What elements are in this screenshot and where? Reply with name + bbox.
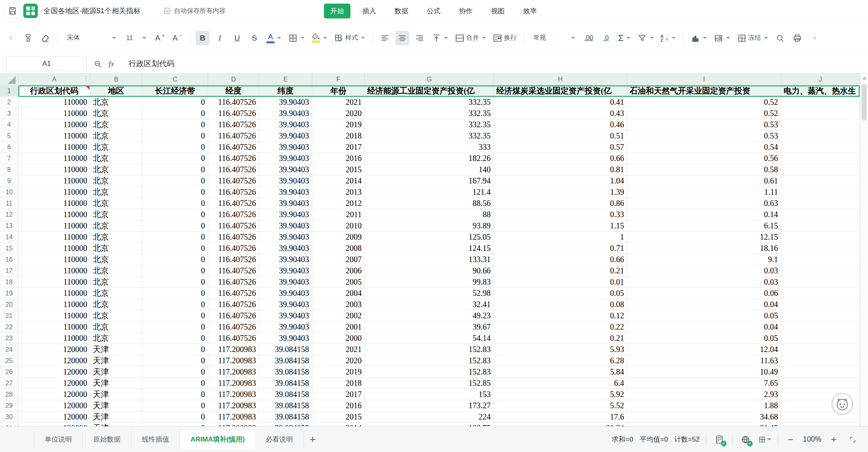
cell-C28[interactable]: 0 [142, 389, 208, 400]
cell-J26[interactable] [781, 366, 860, 378]
cell-I23[interactable]: 0.05 [627, 333, 781, 344]
cell-C19[interactable]: 0 [142, 288, 208, 299]
cell-H25[interactable]: 6.28 [494, 355, 627, 366]
menu-tab-视图[interactable]: 视图 [485, 4, 511, 18]
row-number-31[interactable]: 31 [0, 423, 18, 426]
cell-I16[interactable]: 9.1 [627, 254, 781, 265]
insert-chart-button[interactable] [689, 31, 708, 45]
cell-J15[interactable] [781, 243, 860, 254]
eraser-button[interactable] [39, 31, 52, 45]
cell-F29[interactable]: 2016 [312, 400, 365, 411]
cell-H22[interactable]: 0.22 [494, 322, 627, 333]
cell-E25[interactable]: 39.084158 [259, 355, 312, 366]
cell-D10[interactable]: 116.407526 [208, 187, 259, 198]
cell-C8[interactable]: 0 [142, 164, 208, 175]
cell-E13[interactable]: 39.90403 [259, 220, 312, 232]
column-header-H[interactable]: H [494, 73, 627, 85]
row-number-30[interactable]: 30 [0, 411, 18, 423]
cell-F26[interactable]: 2019 [312, 366, 365, 378]
cell-C15[interactable]: 0 [142, 243, 208, 254]
cell-F8[interactable]: 2015 [312, 164, 365, 175]
cell-style-button[interactable]: 样式 [332, 31, 366, 45]
cell-F30[interactable]: 2015 [312, 411, 365, 423]
row-number-20[interactable]: 20 [0, 299, 18, 310]
cell-D1[interactable]: 经度 [208, 86, 259, 97]
fill-color-button[interactable] [310, 31, 329, 45]
cell-G7[interactable]: 182.26 [365, 153, 494, 164]
cell-E14[interactable]: 39.90403 [259, 232, 312, 243]
cell-I30[interactable]: 34.68 [627, 411, 781, 423]
cell-B5[interactable]: 北京 [90, 130, 142, 142]
cell-I21[interactable]: 0.05 [627, 310, 781, 322]
zoom-formula-button[interactable] [91, 57, 104, 71]
row-number-27[interactable]: 27 [0, 378, 18, 389]
align-right-button[interactable] [413, 31, 426, 45]
cell-E19[interactable]: 39.90403 [259, 288, 312, 299]
freeze-panes-button[interactable]: 冻结 [735, 31, 770, 45]
align-center-button[interactable] [395, 31, 409, 45]
fullscreen-button[interactable] [846, 433, 859, 446]
cell-F24[interactable]: 2021 [312, 344, 365, 355]
cell-A2[interactable]: 110000 [18, 97, 90, 108]
insert-image-button[interactable] [712, 31, 732, 45]
cell-D14[interactable]: 116.407526 [208, 232, 259, 243]
cell-C6[interactable]: 0 [142, 142, 208, 153]
cell-D31[interactable]: 117.200983 [208, 423, 259, 426]
cell-D12[interactable]: 116.407526 [208, 209, 259, 220]
cell-G13[interactable]: 93.89 [365, 220, 494, 232]
cell-H28[interactable]: 5.92 [494, 389, 627, 400]
cell-A17[interactable]: 110000 [18, 265, 90, 277]
cell-J23[interactable] [781, 333, 860, 344]
cell-F15[interactable]: 2008 [312, 243, 365, 254]
cell-A12[interactable]: 110000 [18, 209, 90, 220]
cell-G20[interactable]: 32.41 [365, 299, 494, 310]
cell-H23[interactable]: 0.21 [494, 333, 627, 344]
cell-F25[interactable]: 2020 [312, 355, 365, 366]
sort-button[interactable]: A Z ↓ [659, 31, 677, 45]
cell-H30[interactable]: 17.6 [494, 411, 627, 423]
cell-C30[interactable]: 0 [142, 411, 208, 423]
cell-C25[interactable]: 0 [142, 355, 208, 366]
cell-G28[interactable]: 153 [365, 389, 494, 400]
cell-G27[interactable]: 152.85 [365, 378, 494, 389]
cell-B27[interactable]: 天津 [90, 378, 142, 389]
cell-D8[interactable]: 116.407526 [208, 164, 259, 175]
scrollbar-thumb[interactable] [862, 84, 867, 121]
cell-F14[interactable]: 2009 [312, 232, 365, 243]
name-box[interactable]: A1 [6, 57, 87, 71]
cell-I5[interactable]: 0.53 [627, 130, 781, 142]
cell-A19[interactable]: 110000 [18, 288, 90, 299]
cell-F12[interactable]: 2011 [312, 209, 365, 220]
cell-E11[interactable]: 39.90403 [259, 198, 312, 209]
wrap-text-button[interactable]: 换行 [491, 31, 518, 45]
cell-C13[interactable]: 0 [142, 220, 208, 232]
cell-E6[interactable]: 39.90403 [259, 142, 312, 153]
cell-G4[interactable]: 332.35 [365, 119, 494, 130]
cell-A18[interactable]: 110000 [18, 277, 90, 288]
formula-content[interactable]: 行政区划代码 [129, 59, 174, 69]
cell-C17[interactable]: 0 [142, 265, 208, 277]
cell-C20[interactable]: 0 [142, 299, 208, 310]
cell-B20[interactable]: 北京 [90, 299, 142, 310]
cell-H4[interactable]: 0.46 [494, 119, 627, 130]
cell-B29[interactable]: 天津 [90, 400, 142, 411]
row-number-10[interactable]: 10 [0, 187, 18, 198]
cell-I8[interactable]: 0.58 [627, 164, 781, 175]
cell-F31[interactable]: 2014 [312, 423, 365, 426]
sheet-tab-原始数据[interactable]: 原始数据 [83, 430, 131, 449]
cell-F13[interactable]: 2010 [312, 220, 365, 232]
cell-C29[interactable]: 0 [142, 400, 208, 411]
row-number-1[interactable]: 1 [0, 86, 18, 97]
cell-H6[interactable]: 0.57 [494, 142, 627, 153]
cell-G29[interactable]: 173.27 [365, 400, 494, 411]
cell-H19[interactable]: 0.05 [494, 288, 627, 299]
cell-G16[interactable]: 133.31 [365, 254, 494, 265]
cell-B23[interactable]: 北京 [90, 333, 142, 344]
cell-E9[interactable]: 39.90403 [259, 175, 312, 187]
cell-G24[interactable]: 152.83 [365, 344, 494, 355]
cell-J22[interactable] [781, 322, 860, 333]
cell-J1[interactable]: 电力、蒸汽、热水生 [781, 86, 860, 97]
collapse-toolbar-button[interactable] [4, 31, 18, 45]
sheet-tab-线性插值[interactable]: 线性插值 [131, 430, 180, 449]
cell-B12[interactable]: 北京 [90, 209, 142, 220]
